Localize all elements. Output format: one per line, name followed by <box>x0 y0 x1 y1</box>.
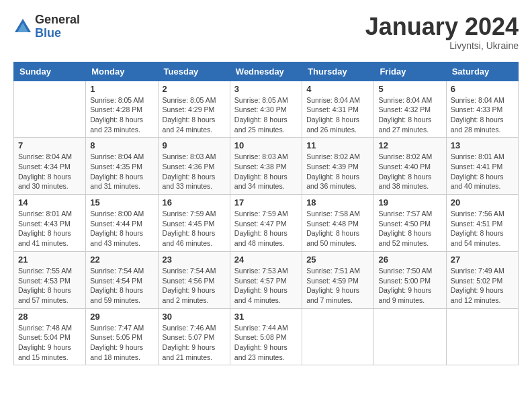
calendar-cell: 15Sunrise: 8:00 AM Sunset: 4:44 PM Dayli… <box>86 195 158 252</box>
day-number: 6 <box>451 84 514 94</box>
day-info: Sunrise: 7:54 AM Sunset: 4:56 PM Dayligh… <box>163 266 226 306</box>
calendar-cell: 16Sunrise: 7:59 AM Sunset: 4:45 PM Dayli… <box>158 195 230 252</box>
calendar-cell: 23Sunrise: 7:54 AM Sunset: 4:56 PM Dayli… <box>158 251 230 308</box>
calendar-cell: 4Sunrise: 8:04 AM Sunset: 4:31 PM Daylig… <box>302 81 374 138</box>
calendar-cell: 2Sunrise: 8:05 AM Sunset: 4:29 PM Daylig… <box>158 81 230 138</box>
day-info: Sunrise: 7:50 AM Sunset: 5:00 PM Dayligh… <box>378 266 441 306</box>
day-info: Sunrise: 7:51 AM Sunset: 4:59 PM Dayligh… <box>306 266 369 306</box>
calendar-cell: 1Sunrise: 8:05 AM Sunset: 4:28 PM Daylig… <box>86 81 158 138</box>
day-number: 11 <box>306 140 369 150</box>
day-number: 1 <box>90 84 153 94</box>
calendar-cell: 12Sunrise: 8:02 AM Sunset: 4:40 PM Dayli… <box>374 138 446 195</box>
title-area: January 2024 Livyntsi, Ukraine <box>365 13 519 51</box>
day-number: 26 <box>378 255 441 265</box>
calendar-cell: 5Sunrise: 8:04 AM Sunset: 4:32 PM Daylig… <box>374 81 446 138</box>
calendar-cell: 11Sunrise: 8:02 AM Sunset: 4:39 PM Dayli… <box>302 138 374 195</box>
logo: General Blue <box>13 13 80 40</box>
calendar-week-row: 1Sunrise: 8:05 AM Sunset: 4:28 PM Daylig… <box>14 81 519 138</box>
calendar-week-row: 14Sunrise: 8:01 AM Sunset: 4:43 PM Dayli… <box>14 195 519 252</box>
day-number: 4 <box>306 84 369 94</box>
day-number: 22 <box>90 255 153 265</box>
day-info: Sunrise: 8:04 AM Sunset: 4:35 PM Dayligh… <box>90 152 153 191</box>
day-info: Sunrise: 7:59 AM Sunset: 4:45 PM Dayligh… <box>163 209 226 248</box>
calendar-table: SundayMondayTuesdayWednesdayThursdayFrid… <box>13 62 519 366</box>
calendar-cell: 22Sunrise: 7:54 AM Sunset: 4:54 PM Dayli… <box>86 251 158 308</box>
day-info: Sunrise: 8:05 AM Sunset: 4:29 PM Dayligh… <box>163 95 226 135</box>
column-header-thursday: Thursday <box>302 62 374 81</box>
day-info: Sunrise: 8:00 AM Sunset: 4:44 PM Dayligh… <box>90 209 153 248</box>
day-number: 10 <box>234 140 298 150</box>
day-info: Sunrise: 8:03 AM Sunset: 4:36 PM Dayligh… <box>163 152 226 191</box>
calendar-cell: 17Sunrise: 7:59 AM Sunset: 4:47 PM Dayli… <box>230 195 302 252</box>
calendar-cell: 30Sunrise: 7:46 AM Sunset: 5:07 PM Dayli… <box>158 308 230 365</box>
day-info: Sunrise: 8:03 AM Sunset: 4:38 PM Dayligh… <box>234 152 298 191</box>
calendar-cell: 31Sunrise: 7:44 AM Sunset: 5:08 PM Dayli… <box>230 308 302 365</box>
day-info: Sunrise: 7:44 AM Sunset: 5:08 PM Dayligh… <box>234 323 298 363</box>
calendar-cell: 7Sunrise: 8:04 AM Sunset: 4:34 PM Daylig… <box>14 138 86 195</box>
column-header-sunday: Sunday <box>14 62 86 81</box>
day-number: 13 <box>451 140 514 150</box>
day-info: Sunrise: 8:05 AM Sunset: 4:28 PM Dayligh… <box>90 95 153 135</box>
day-number: 14 <box>18 197 81 208</box>
day-info: Sunrise: 8:02 AM Sunset: 4:40 PM Dayligh… <box>378 152 441 191</box>
day-info: Sunrise: 7:48 AM Sunset: 5:04 PM Dayligh… <box>18 323 81 363</box>
day-info: Sunrise: 7:55 AM Sunset: 4:53 PM Dayligh… <box>18 266 81 306</box>
column-header-friday: Friday <box>374 62 446 81</box>
calendar-cell: 3Sunrise: 8:05 AM Sunset: 4:30 PM Daylig… <box>230 81 302 138</box>
calendar-cell: 24Sunrise: 7:53 AM Sunset: 4:57 PM Dayli… <box>230 251 302 308</box>
logo-text: General Blue <box>35 13 80 40</box>
day-number: 24 <box>234 255 298 265</box>
day-number: 12 <box>378 140 441 150</box>
day-number: 9 <box>163 140 226 150</box>
day-info: Sunrise: 8:04 AM Sunset: 4:32 PM Dayligh… <box>378 95 441 135</box>
day-number: 18 <box>306 197 369 208</box>
calendar-cell: 20Sunrise: 7:56 AM Sunset: 4:51 PM Dayli… <box>446 195 518 252</box>
calendar-cell: 18Sunrise: 7:58 AM Sunset: 4:48 PM Dayli… <box>302 195 374 252</box>
calendar-cell: 25Sunrise: 7:51 AM Sunset: 4:59 PM Dayli… <box>302 251 374 308</box>
day-info: Sunrise: 8:04 AM Sunset: 4:31 PM Dayligh… <box>306 95 369 135</box>
column-header-saturday: Saturday <box>446 62 518 81</box>
day-info: Sunrise: 7:46 AM Sunset: 5:07 PM Dayligh… <box>163 323 226 363</box>
day-number: 5 <box>378 84 441 94</box>
day-number: 28 <box>18 312 81 322</box>
calendar-cell: 26Sunrise: 7:50 AM Sunset: 5:00 PM Dayli… <box>374 251 446 308</box>
calendar-cell: 14Sunrise: 8:01 AM Sunset: 4:43 PM Dayli… <box>14 195 86 252</box>
day-info: Sunrise: 8:05 AM Sunset: 4:30 PM Dayligh… <box>234 95 298 135</box>
calendar-week-row: 7Sunrise: 8:04 AM Sunset: 4:34 PM Daylig… <box>14 138 519 195</box>
day-number: 19 <box>378 197 441 208</box>
calendar-cell: 19Sunrise: 7:57 AM Sunset: 4:50 PM Dayli… <box>374 195 446 252</box>
day-info: Sunrise: 7:56 AM Sunset: 4:51 PM Dayligh… <box>451 209 514 248</box>
day-info: Sunrise: 7:49 AM Sunset: 5:02 PM Dayligh… <box>451 266 514 306</box>
day-info: Sunrise: 7:54 AM Sunset: 4:54 PM Dayligh… <box>90 266 153 306</box>
calendar-cell: 21Sunrise: 7:55 AM Sunset: 4:53 PM Dayli… <box>14 251 86 308</box>
calendar-cell: 6Sunrise: 8:04 AM Sunset: 4:33 PM Daylig… <box>446 81 518 138</box>
day-number: 8 <box>90 140 153 150</box>
logo-blue-text: Blue <box>35 27 80 40</box>
day-number: 16 <box>163 197 226 208</box>
day-info: Sunrise: 8:04 AM Sunset: 4:34 PM Dayligh… <box>18 152 81 191</box>
column-header-monday: Monday <box>86 62 158 81</box>
calendar-cell: 29Sunrise: 7:47 AM Sunset: 5:05 PM Dayli… <box>86 308 158 365</box>
day-number: 30 <box>163 312 226 322</box>
column-header-wednesday: Wednesday <box>230 62 302 81</box>
day-number: 27 <box>451 255 514 265</box>
calendar-week-row: 28Sunrise: 7:48 AM Sunset: 5:04 PM Dayli… <box>14 308 519 365</box>
day-info: Sunrise: 7:59 AM Sunset: 4:47 PM Dayligh… <box>234 209 298 248</box>
day-number: 21 <box>18 255 81 265</box>
page-header: General Blue January 2024 Livyntsi, Ukra… <box>13 13 519 51</box>
day-info: Sunrise: 7:53 AM Sunset: 4:57 PM Dayligh… <box>234 266 298 306</box>
calendar-cell <box>374 308 446 365</box>
calendar-cell <box>446 308 518 365</box>
day-info: Sunrise: 8:04 AM Sunset: 4:33 PM Dayligh… <box>451 95 514 135</box>
calendar-header-row: SundayMondayTuesdayWednesdayThursdayFrid… <box>14 62 519 81</box>
day-number: 29 <box>90 312 153 322</box>
day-number: 3 <box>234 84 298 94</box>
day-number: 15 <box>90 197 153 208</box>
calendar-cell: 27Sunrise: 7:49 AM Sunset: 5:02 PM Dayli… <box>446 251 518 308</box>
calendar-cell: 13Sunrise: 8:01 AM Sunset: 4:41 PM Dayli… <box>446 138 518 195</box>
calendar-cell <box>302 308 374 365</box>
calendar-cell: 28Sunrise: 7:48 AM Sunset: 5:04 PM Dayli… <box>14 308 86 365</box>
day-number: 20 <box>451 197 514 208</box>
day-info: Sunrise: 7:58 AM Sunset: 4:48 PM Dayligh… <box>306 209 369 248</box>
day-info: Sunrise: 8:01 AM Sunset: 4:41 PM Dayligh… <box>451 152 514 191</box>
